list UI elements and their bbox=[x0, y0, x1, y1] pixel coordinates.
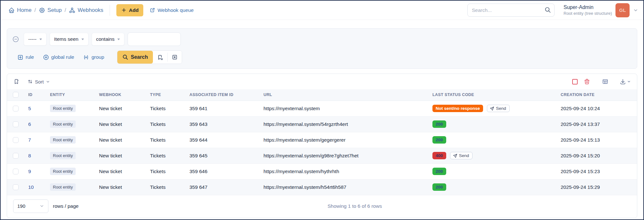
breadcrumb-home[interactable]: Home bbox=[8, 7, 31, 13]
row-id-link[interactable]: 5 bbox=[28, 106, 31, 111]
entity-badge: Root entity bbox=[50, 183, 76, 191]
creation-date-cell: 2025-09-24 15:13 bbox=[557, 132, 637, 148]
creation-date-cell: 2025-09-24 15:20 bbox=[557, 148, 637, 163]
col-header-entity[interactable]: ENTITY bbox=[47, 89, 96, 101]
search-criteria-panel: ----- Items seen contains rule global ru… bbox=[7, 28, 637, 69]
delete-button[interactable] bbox=[584, 78, 590, 85]
download-icon bbox=[620, 78, 626, 85]
webhook-icon bbox=[69, 7, 75, 13]
row-id-link[interactable]: 8 bbox=[28, 153, 31, 158]
add-button[interactable]: Add bbox=[116, 4, 143, 16]
caret-down-icon bbox=[39, 39, 42, 40]
rows-per-page-select[interactable]: 190 bbox=[13, 199, 48, 213]
export-dropdown[interactable] bbox=[620, 78, 631, 85]
row-id-link[interactable]: 6 bbox=[28, 121, 31, 127]
row-id-link[interactable]: 10 bbox=[28, 184, 34, 190]
caret-down-icon bbox=[81, 39, 84, 40]
row-checkbox[interactable] bbox=[13, 184, 19, 190]
row-id-link[interactable]: 7 bbox=[28, 137, 31, 143]
plus-icon bbox=[121, 7, 127, 13]
user-name: Super-Admin bbox=[564, 4, 612, 10]
sort-dropdown[interactable]: Sort bbox=[27, 79, 50, 84]
search-button[interactable]: Search bbox=[117, 51, 153, 64]
minus-circle-icon bbox=[12, 36, 19, 43]
url-cell: https://myexternal.system/gegergerer bbox=[260, 132, 429, 148]
col-header-webhook[interactable]: WEBHOOK bbox=[96, 89, 147, 101]
chevron-down-icon bbox=[39, 204, 44, 208]
row-checkbox[interactable] bbox=[13, 137, 19, 143]
criteria-row: ----- Items seen contains bbox=[12, 32, 632, 46]
table-row: 9 Root entity New ticket Tickets 359 646… bbox=[7, 163, 637, 179]
row-checkbox[interactable] bbox=[13, 169, 19, 174]
avatar[interactable]: GL bbox=[615, 3, 630, 17]
row-checkbox[interactable] bbox=[13, 121, 19, 127]
col-header-type[interactable]: TYPE bbox=[147, 89, 186, 101]
user-menu[interactable]: Super-Admin Root entity (tree structure)… bbox=[564, 3, 638, 17]
unselect-all-button[interactable] bbox=[572, 79, 578, 84]
creation-date-cell: 2025-09-24 15:23 bbox=[557, 163, 637, 179]
col-header-url[interactable]: URL bbox=[260, 89, 429, 101]
url-cell: https://myexternal.system/54rgzrth4ert bbox=[260, 116, 429, 132]
trash-icon bbox=[584, 78, 590, 85]
link-operator-select[interactable]: ----- bbox=[24, 33, 46, 46]
breadcrumb-webhooks[interactable]: Webhooks bbox=[69, 7, 103, 13]
add-group-button[interactable]: group bbox=[83, 54, 104, 60]
status-cell: 200 bbox=[429, 163, 557, 179]
table-columns-icon bbox=[602, 78, 608, 85]
add-global-rule-label: global rule bbox=[51, 54, 74, 60]
row-checkbox[interactable] bbox=[13, 153, 19, 159]
status-badge: 200 bbox=[432, 120, 446, 128]
row-checkbox[interactable] bbox=[13, 106, 19, 111]
table-row: 5 Root entity New ticket Tickets 359 641… bbox=[7, 101, 637, 116]
breadcrumb: Home / Setup / Webhooks bbox=[8, 7, 103, 13]
showing-rows-status: Showing 1 to 6 of 6 rows bbox=[79, 203, 631, 209]
url-cell: https://myexternal.system/h54rt6h587 bbox=[260, 179, 429, 195]
saved-searches-button[interactable] bbox=[13, 78, 20, 85]
search-input[interactable] bbox=[467, 4, 555, 17]
chevron-down-icon bbox=[627, 80, 631, 84]
send-button[interactable]: Send bbox=[450, 152, 473, 159]
reset-search-button[interactable] bbox=[168, 51, 182, 64]
creation-date-cell: 2025-09-24 10:24 bbox=[557, 101, 637, 116]
breadcrumb-separator: / bbox=[65, 7, 66, 13]
status-badge: 200 bbox=[432, 183, 446, 191]
user-info: Super-Admin Root entity (tree structure) bbox=[564, 4, 612, 16]
entity-badge: Root entity bbox=[50, 152, 76, 159]
x-square-icon bbox=[172, 54, 178, 60]
col-header-associated-item-id[interactable]: ASSOCIATED ITEM ID bbox=[186, 89, 260, 101]
table-row: 7 Root entity New ticket Tickets 359 644… bbox=[7, 132, 637, 148]
row-id-link[interactable]: 9 bbox=[28, 169, 31, 174]
type-cell: Tickets bbox=[147, 179, 186, 195]
webhook-cell: New ticket bbox=[96, 101, 147, 116]
status-cell: 200 bbox=[429, 132, 557, 148]
status-cell: Not sent/no response Send bbox=[429, 101, 557, 116]
webhook-queue-link[interactable]: Webhook queue bbox=[150, 7, 194, 13]
associated-item-id-cell: 359 646 bbox=[186, 163, 260, 179]
status-badge: 200 bbox=[432, 136, 446, 144]
field-select[interactable]: Items seen bbox=[50, 33, 88, 46]
breadcrumb-webhooks-label: Webhooks bbox=[78, 7, 103, 13]
breadcrumb-separator: / bbox=[34, 7, 36, 13]
breadcrumb-setup[interactable]: Setup bbox=[39, 7, 62, 13]
status-cell: 400 Send bbox=[429, 148, 557, 163]
webhook-cell: New ticket bbox=[96, 179, 147, 195]
save-bookmark-button[interactable] bbox=[153, 51, 167, 64]
add-button-label: Add bbox=[129, 7, 138, 13]
status-cell: 200 bbox=[429, 179, 557, 195]
add-rule-button[interactable]: rule bbox=[17, 54, 34, 60]
status-badge: Not sent/no response bbox=[432, 105, 483, 112]
col-header-last-status-code[interactable]: LAST STATUS CODE bbox=[429, 89, 557, 101]
add-global-rule-button[interactable]: global rule bbox=[43, 54, 74, 60]
webhook-queue-table: ID ENTITY WEBHOOK TYPE ASSOCIATED ITEM I… bbox=[7, 89, 637, 195]
table-footer: 190 rows / page Showing 1 to 6 of 6 rows bbox=[7, 195, 637, 218]
collapse-criteria-button[interactable] bbox=[12, 36, 21, 43]
criteria-value-input[interactable] bbox=[128, 32, 181, 46]
send-button[interactable]: Send bbox=[487, 105, 510, 112]
columns-settings-button[interactable] bbox=[602, 78, 608, 85]
operator-select[interactable]: contains bbox=[92, 33, 125, 46]
col-header-creation-date[interactable]: CREATION DATE bbox=[557, 89, 637, 101]
webhooks-page: Home / Setup / Webhooks Add Webhook queu… bbox=[0, 0, 644, 220]
associated-item-id-cell: 359 645 bbox=[186, 148, 260, 163]
select-all-checkbox[interactable] bbox=[13, 92, 19, 98]
col-header-id[interactable]: ID bbox=[25, 89, 47, 101]
